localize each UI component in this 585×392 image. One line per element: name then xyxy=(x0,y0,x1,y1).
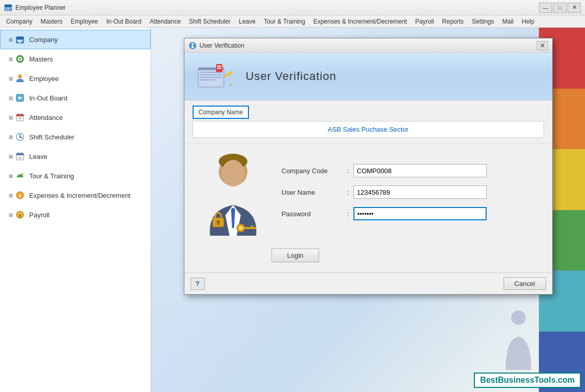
sidebar-item-employee[interactable]: ⊞ Employee xyxy=(0,69,151,88)
username-colon: : xyxy=(343,189,353,196)
menu-leave[interactable]: Leave xyxy=(235,16,260,27)
svg-rect-18 xyxy=(16,114,24,116)
sidebar-item-company[interactable]: ⊞ Company xyxy=(0,30,151,49)
expand-icon: ⊞ xyxy=(9,76,13,81)
svg-rect-3 xyxy=(8,8,9,9)
svg-rect-20 xyxy=(21,113,22,115)
leave-icon: 17 xyxy=(15,151,25,161)
expand-icon: ⊞ xyxy=(9,193,13,198)
help-button[interactable]: ? xyxy=(191,278,205,290)
menu-mail[interactable]: Mail xyxy=(498,16,517,27)
menu-shift-scheduler[interactable]: Shift Scheduler xyxy=(185,16,235,27)
sidebar-item-expenses[interactable]: ⊞ $ Expenses & Increment/Decrement xyxy=(0,185,151,205)
svg-rect-8 xyxy=(16,37,24,39)
main-layout: ⊞ Company ⊞ Masters xyxy=(0,28,585,392)
svg-rect-50 xyxy=(224,71,233,77)
password-input[interactable] xyxy=(353,207,487,220)
password-row: Password : xyxy=(282,207,537,220)
menu-employee[interactable]: Employee xyxy=(67,16,102,27)
menu-reports[interactable]: Reports xyxy=(438,16,468,27)
form-section: Company Code : User Name : Password : xyxy=(184,143,552,246)
svg-rect-48 xyxy=(217,66,221,67)
menu-tour-training[interactable]: Tour & Training xyxy=(260,16,309,27)
sidebar-item-payroll[interactable]: ⊞ $ Payroll xyxy=(0,205,151,224)
expand-icon: ⊞ xyxy=(9,212,13,218)
sidebar-label-tour-training: Tour & Training xyxy=(29,172,74,180)
masters-icon xyxy=(15,54,25,64)
login-button[interactable]: Login xyxy=(271,249,320,262)
cancel-button[interactable]: Cancel xyxy=(504,277,546,290)
shift-icon xyxy=(15,132,25,142)
tour-icon xyxy=(15,171,25,181)
company-code-label: Company Code xyxy=(282,167,343,175)
svg-point-39 xyxy=(192,43,194,45)
dialog-title-text: User Verification xyxy=(200,42,537,49)
menu-in-out-board[interactable]: In-Out Board xyxy=(102,16,145,27)
dialog-header-title: User Verification xyxy=(246,70,337,83)
content-area: User Verification ✕ xyxy=(151,28,585,392)
app-icon xyxy=(4,4,12,12)
sidebar: ⊞ Company ⊞ Masters xyxy=(0,28,151,392)
company-code-colon: : xyxy=(343,167,353,175)
close-button[interactable]: ✕ xyxy=(568,3,581,13)
svg-rect-19 xyxy=(18,113,19,115)
expand-icon: ⊞ xyxy=(9,173,13,179)
maximize-button[interactable]: □ xyxy=(553,3,567,13)
expand-icon: ⊞ xyxy=(9,95,13,101)
company-code-row: Company Code : xyxy=(282,164,537,177)
sidebar-item-in-out-board[interactable]: ⊞ In-Out Board xyxy=(0,88,151,108)
svg-point-14 xyxy=(19,58,21,60)
expand-icon: ⊞ xyxy=(9,37,13,43)
minimize-button[interactable]: — xyxy=(539,3,552,13)
menu-attendance[interactable]: Attendance xyxy=(145,16,185,27)
svg-rect-29 xyxy=(21,152,22,154)
sidebar-item-masters[interactable]: ⊞ Masters xyxy=(0,49,151,69)
window-controls: — □ ✕ xyxy=(539,3,581,13)
payroll-icon: $ xyxy=(15,210,25,220)
svg-point-54 xyxy=(222,160,244,187)
login-btn-row: Login xyxy=(184,246,552,273)
dialog-header-icon xyxy=(195,61,236,92)
expenses-icon: $ xyxy=(15,190,25,200)
sidebar-label-expenses: Expenses & Increment/Decrement xyxy=(29,192,131,199)
username-input[interactable] xyxy=(353,185,487,199)
svg-text:$: $ xyxy=(18,193,21,198)
sidebar-item-tour-training[interactable]: ⊞ Tour & Training xyxy=(0,166,151,185)
dialog-close-button[interactable]: ✕ xyxy=(537,41,548,50)
svg-text:17: 17 xyxy=(18,156,22,159)
svg-rect-28 xyxy=(18,152,19,154)
dialog-icon xyxy=(189,42,197,50)
svg-rect-10 xyxy=(21,40,23,42)
menu-help[interactable]: Help xyxy=(518,16,539,27)
svg-rect-44 xyxy=(200,74,222,75)
sidebar-label-attendance: Attendance xyxy=(29,114,63,121)
company-icon xyxy=(15,34,25,45)
menu-payroll[interactable]: Payroll xyxy=(411,16,438,27)
svg-rect-62 xyxy=(254,227,256,229)
watermark: BestBusinessTools.com xyxy=(474,373,581,388)
svg-rect-57 xyxy=(217,222,219,225)
attendance-icon: 17 xyxy=(15,112,25,122)
svg-point-31 xyxy=(22,173,24,175)
menu-settings[interactable]: Settings xyxy=(468,16,498,27)
svg-rect-45 xyxy=(200,77,222,78)
menu-expenses[interactable]: Expenses & Increment/Decrement xyxy=(309,16,411,27)
svg-rect-40 xyxy=(192,46,194,48)
company-code-input[interactable] xyxy=(353,164,487,177)
sidebar-label-masters: Masters xyxy=(29,55,53,63)
svg-rect-61 xyxy=(251,225,253,228)
sidebar-label-in-out-board: In-Out Board xyxy=(29,94,67,102)
title-bar: Employee Planner — □ ✕ xyxy=(0,0,585,15)
menu-bar: Company Masters Employee In-Out Board At… xyxy=(0,15,585,28)
sidebar-item-attendance[interactable]: ⊞ 17 Attendance xyxy=(0,108,151,127)
svg-rect-1 xyxy=(5,5,12,7)
menu-company[interactable]: Company xyxy=(2,16,36,27)
expand-icon: ⊞ xyxy=(9,115,13,120)
sidebar-item-leave[interactable]: ⊞ 17 Leave xyxy=(0,147,151,166)
sidebar-item-shift-scheduler[interactable]: ⊞ Shift Scheduler xyxy=(0,127,151,147)
svg-point-15 xyxy=(18,75,22,78)
svg-rect-5 xyxy=(6,9,7,10)
dialog-title-bar: User Verification ✕ xyxy=(184,38,552,53)
sidebar-label-leave: Leave xyxy=(29,153,47,160)
menu-masters[interactable]: Masters xyxy=(36,16,67,27)
